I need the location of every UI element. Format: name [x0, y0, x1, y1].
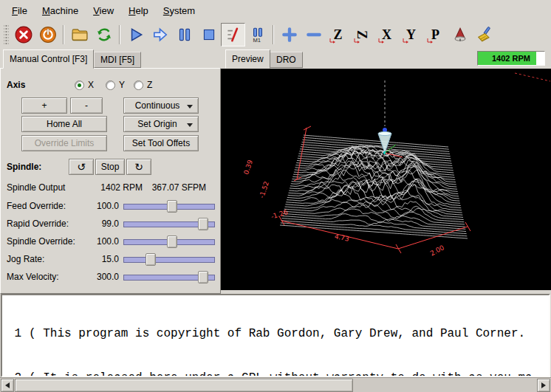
- jog-mode-dropdown[interactable]: Continuous: [123, 97, 199, 114]
- run-step-button[interactable]: [148, 23, 172, 47]
- gcode-line-text: ( It is released here under a GPL withou…: [29, 371, 533, 377]
- jog-minus-button[interactable]: -: [70, 97, 103, 114]
- gcode-line-text: ( This program is copyright of Rab Gordo…: [29, 326, 525, 341]
- gcode-line[interactable]: 2 ( It is released here under a GPL with…: [2, 371, 549, 377]
- slider-handle[interactable]: [198, 218, 208, 230]
- rotate-view-button[interactable]: [448, 23, 472, 47]
- zoom-out-button[interactable]: [301, 23, 326, 47]
- axis-label: Axis: [7, 80, 25, 90]
- gcode-horizontal-scrollbar[interactable]: [0, 377, 551, 392]
- override-limits-button[interactable]: Override Limits: [21, 135, 107, 151]
- override-row: Override Limits Set Tool Offets: [1, 135, 220, 151]
- view-x-button[interactable]: X: [374, 23, 399, 47]
- tab-mdi[interactable]: MDI [F5]: [94, 52, 141, 68]
- axis-radio-y[interactable]: Y: [106, 80, 125, 90]
- gcode-line-number: 2: [2, 371, 21, 377]
- toolbar-drag-handle[interactable]: [4, 25, 9, 44]
- gcode-line[interactable]: 1 ( This program is copyright of Rab Gor…: [2, 326, 549, 341]
- spindle-output-row: Spindle Output 1402 RPM 367.07 SFPM: [1, 182, 220, 194]
- jog-rate-slider[interactable]: [123, 253, 215, 266]
- spindle-stop-button[interactable]: Stop: [95, 159, 125, 175]
- spindle-override-slider[interactable]: [123, 235, 215, 248]
- menu-file[interactable]: File: [4, 0, 35, 21]
- axis-radio-x[interactable]: X: [75, 80, 94, 90]
- max-velocity-label: Max Velocity:: [7, 272, 59, 282]
- max-velocity-value: 300.0: [82, 272, 119, 282]
- rapid-override-label: Rapid Override:: [7, 219, 69, 229]
- red-axis-mark-icon: [427, 38, 434, 44]
- tab-manual-control[interactable]: Manual Control [F3]: [3, 49, 94, 69]
- slider-handle[interactable]: [146, 253, 156, 266]
- slider-handle[interactable]: [198, 271, 208, 283]
- pause-button[interactable]: [172, 23, 196, 47]
- rpm-badge-text: 1402 RPM: [478, 54, 544, 63]
- slider-handle[interactable]: [167, 200, 177, 213]
- scroll-right-button[interactable]: [537, 379, 550, 392]
- spindle-rpm-badge: 1402 RPM: [477, 51, 545, 66]
- jog-mode-label: Continuous: [135, 100, 180, 111]
- feed-override-slider[interactable]: [123, 200, 215, 213]
- menu-help[interactable]: Help: [121, 0, 156, 21]
- estop-icon: [15, 26, 32, 44]
- preview-canvas[interactable]: 0.39 -1.52 -1.26 4.73 2.00: [221, 69, 551, 290]
- axis-row: Axis X Y Z: [1, 77, 220, 93]
- tab-preview-label: Preview: [232, 54, 264, 64]
- view-z-rotated-button[interactable]: Z: [350, 23, 374, 47]
- red-axis-mark-icon: [403, 38, 409, 44]
- menu-system[interactable]: System: [156, 0, 202, 21]
- run-button[interactable]: [123, 23, 148, 47]
- slider-track[interactable]: [123, 257, 215, 263]
- open-file-button[interactable]: [67, 23, 92, 47]
- scrollbar-thumb[interactable]: [15, 379, 353, 392]
- set-origin-label: Set Origin: [137, 119, 177, 129]
- slider-handle[interactable]: [167, 235, 177, 248]
- limit-boundary-line: [515, 73, 550, 81]
- spindle-label: Spindle:: [7, 162, 41, 172]
- view-y-button[interactable]: Y: [399, 23, 423, 47]
- tab-manual-control-label: Manual Control [F3]: [10, 54, 87, 64]
- rapid-override-value: 99.0: [82, 219, 119, 229]
- axis-radio-z[interactable]: Z: [134, 80, 152, 90]
- toggle-skip-lines-button[interactable]: [221, 23, 245, 47]
- red-axis-mark-icon: [329, 38, 336, 44]
- set-tool-offsets-button[interactable]: Set Tool Offets: [123, 135, 199, 151]
- radio-circle: [106, 80, 115, 90]
- home-all-button[interactable]: Home All: [21, 116, 107, 132]
- rotate-view-icon: [451, 26, 469, 44]
- max-velocity-slider[interactable]: [123, 271, 215, 283]
- zoom-in-button[interactable]: [277, 23, 301, 47]
- toggle-optional-pause-button[interactable]: M1: [245, 23, 270, 47]
- stop-button[interactable]: [196, 23, 221, 47]
- estop-button[interactable]: [11, 23, 35, 47]
- axis-z-label: Z: [147, 80, 152, 90]
- spindle-forward-button[interactable]: ↻: [126, 159, 151, 175]
- clear-plot-icon: [476, 26, 493, 44]
- tab-dro[interactable]: DRO: [270, 52, 303, 68]
- spindle-row: Spindle: ↺ Stop ↻: [1, 159, 220, 175]
- jog-plus-button[interactable]: +: [21, 97, 67, 114]
- gcode-listing[interactable]: 1 ( This program is copyright of Rab Gor…: [1, 294, 550, 377]
- chevron-down-icon: [187, 123, 193, 127]
- view-z-button[interactable]: Z: [326, 23, 350, 47]
- open-file-icon: [71, 26, 89, 44]
- rapid-override-slider[interactable]: [123, 218, 215, 230]
- machine-power-button[interactable]: [35, 23, 60, 47]
- preview-plot: [221, 69, 551, 290]
- radio-circle: [134, 80, 143, 90]
- clear-plot-button[interactable]: [472, 23, 496, 47]
- menu-view[interactable]: View: [86, 0, 121, 21]
- scroll-left-button[interactable]: [1, 379, 14, 392]
- tool-cone-top: [378, 131, 391, 135]
- spindle-reverse-button[interactable]: ↺: [69, 159, 94, 175]
- tab-dro-label: DRO: [276, 55, 296, 65]
- rapid-override-row: Rapid Override: 99.0: [1, 216, 220, 233]
- zoom-out-icon: [305, 26, 323, 44]
- tab-preview[interactable]: Preview: [225, 49, 270, 69]
- optional-pause-icon: M1: [249, 26, 267, 44]
- spindle-override-row: Spindle Override: 100.0: [1, 234, 220, 250]
- reload-button[interactable]: [92, 23, 116, 47]
- jog-rate-value: 15.0: [82, 254, 119, 264]
- set-origin-dropdown[interactable]: Set Origin: [123, 116, 199, 132]
- view-p-button[interactable]: P: [423, 23, 448, 47]
- menu-machine[interactable]: Machine: [35, 0, 86, 21]
